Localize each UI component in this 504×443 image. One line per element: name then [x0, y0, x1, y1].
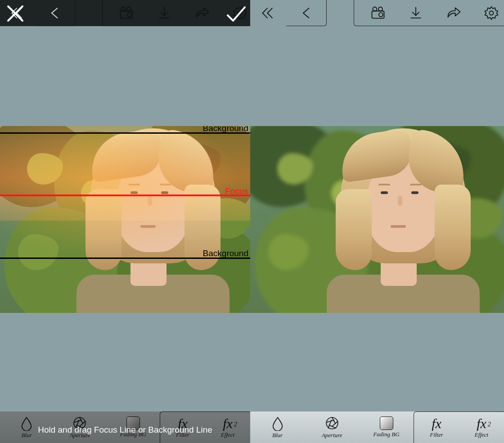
tool-label: Filter	[430, 431, 443, 438]
top-toolbar-actions	[354, 0, 504, 26]
tool-label: Blur	[272, 432, 283, 439]
svg-point-3	[127, 13, 131, 17]
confirm-icon[interactable]	[223, 2, 248, 27]
tool-effect[interactable]: fx2 Effect	[205, 412, 250, 443]
fx2-icon: fx2	[223, 417, 233, 430]
svg-point-7	[378, 7, 382, 11]
back-button[interactable]	[36, 0, 75, 26]
tool-effect[interactable]: fx2 Effect	[459, 412, 504, 443]
svg-point-9	[379, 13, 383, 17]
download-icon[interactable]	[405, 3, 426, 23]
bottom-toolbar: Blur Aperture Fading BG fx Filter fx2 Ef…	[0, 411, 250, 443]
tool-label: Effect	[475, 431, 488, 438]
svg-point-6	[373, 7, 377, 11]
tool-filter[interactable]: fx Filter	[414, 412, 459, 443]
tool-label: Blur	[22, 432, 32, 439]
rewind-button[interactable]	[250, 0, 286, 26]
fading-square-icon	[126, 416, 140, 430]
tool-fading-bg[interactable]: Fading BG	[107, 411, 160, 443]
top-toolbar	[0, 0, 250, 26]
tool-blur[interactable]: Blur	[0, 411, 53, 443]
top-toolbar	[250, 0, 504, 26]
share-icon[interactable]	[192, 3, 212, 23]
tool-blur[interactable]: Blur	[250, 411, 305, 443]
bottom-toolbar: Blur Aperture Fading BG fx Filter fx2 Ef…	[250, 411, 504, 443]
tool-fading-bg[interactable]: Fading BG	[359, 411, 414, 443]
fading-square-icon	[380, 416, 393, 430]
tool-label: Filter	[176, 431, 189, 438]
back-button[interactable]	[286, 0, 327, 26]
tool-label: Aperture	[70, 432, 90, 439]
video-icon[interactable]	[368, 3, 388, 23]
tool-aperture[interactable]: Aperture	[53, 411, 106, 443]
right-screen: Blur Aperture Fading BG fx Filter fx2 Ef…	[250, 0, 504, 443]
tool-filter[interactable]: fx Filter	[160, 412, 205, 443]
cancel-icon[interactable]	[4, 3, 26, 24]
share-icon[interactable]	[443, 3, 464, 23]
svg-rect-8	[372, 11, 384, 18]
fx2-icon: fx2	[477, 417, 486, 430]
photo-canvas[interactable]	[250, 126, 504, 313]
tool-label: Fading BG	[120, 431, 146, 438]
tool-label: Fading BG	[373, 431, 399, 438]
tool-label: Aperture	[322, 432, 342, 439]
video-icon[interactable]	[116, 3, 137, 23]
svg-point-1	[127, 7, 131, 11]
settings-icon[interactable]	[481, 3, 502, 23]
download-icon[interactable]	[154, 3, 175, 23]
svg-point-10	[490, 11, 494, 15]
photo-canvas[interactable]: Background Focus Background	[0, 126, 250, 313]
tool-label: Effect	[221, 431, 234, 438]
tool-aperture[interactable]: Aperture	[305, 411, 359, 443]
svg-rect-2	[121, 11, 133, 18]
fx-icon: fx	[432, 417, 441, 430]
svg-point-0	[121, 7, 125, 11]
fx-icon: fx	[178, 417, 188, 430]
left-screen: Background Focus Background Hold and dra…	[0, 0, 250, 443]
